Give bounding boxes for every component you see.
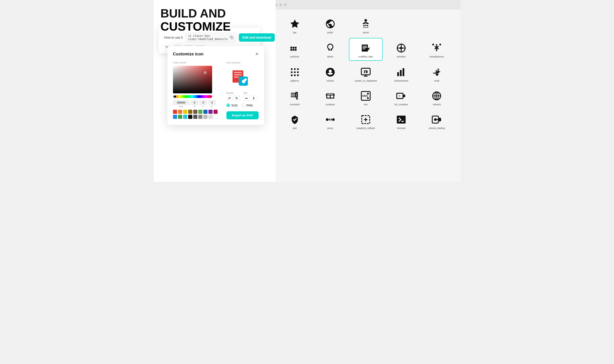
- icon-preview-box: [226, 66, 254, 89]
- flip-label: Flip: [243, 91, 257, 94]
- swatch-red[interactable]: [173, 110, 177, 114]
- icon-cell-init-container[interactable]: init_container: [384, 86, 418, 108]
- icon-cell-pod[interactable]: pod: [278, 110, 312, 132]
- icon-cell-container[interactable]: container: [313, 86, 347, 108]
- svg-point-51: [367, 97, 369, 99]
- r-input[interactable]: [191, 100, 198, 105]
- modified-date-icon: [360, 42, 372, 54]
- icon-cell-modified-date[interactable]: modified_date: [349, 38, 383, 61]
- svg-point-35: [294, 75, 296, 76]
- swatch-darkblue[interactable]: [203, 110, 208, 114]
- icon-cell-products[interactable]: products: [278, 38, 312, 61]
- icon-cell-dns[interactable]: DNS dns: [349, 86, 383, 108]
- copy-button[interactable]: [230, 36, 234, 39]
- flip-horizontal-button[interactable]: ⇔: [243, 95, 250, 101]
- right-section: star public secret pro: [271, 0, 460, 182]
- svg-point-27: [439, 44, 441, 46]
- hex-rgb-labels: Hex R G B: [173, 105, 222, 108]
- swatch-green[interactable]: [198, 110, 202, 114]
- rotate-cw-button[interactable]: ↻: [234, 95, 240, 101]
- constraint-label: constraint: [290, 103, 300, 106]
- rotate-group: Rotate ↺ ↻: [226, 91, 240, 101]
- svg-point-30: [297, 68, 299, 70]
- svg-radio[interactable]: [226, 104, 230, 107]
- swatch-lgray[interactable]: [203, 115, 208, 119]
- right-controls: Icon preview: [226, 61, 259, 119]
- system-re-registered-icon: [360, 66, 372, 78]
- swatch-pink[interactable]: [213, 110, 218, 114]
- browser-bar: [271, 0, 460, 10]
- swatch-lgreen[interactable]: [178, 115, 182, 119]
- secret-icon: [360, 18, 372, 30]
- b-label: B: [209, 105, 216, 108]
- snapshot-rollback-label: snapshot_rollback: [357, 127, 375, 130]
- png-radio[interactable]: [241, 104, 245, 107]
- hex-input[interactable]: [173, 100, 190, 105]
- icon-cell-enhancement[interactable]: enhancement: [384, 63, 418, 84]
- icon-cell-volume[interactable]: volume: [313, 63, 347, 84]
- svg-rect-3: [234, 74, 242, 75]
- swatch-silver[interactable]: [209, 115, 213, 119]
- hue-slider[interactable]: [173, 95, 212, 98]
- terminal-label: terminal: [397, 127, 405, 130]
- flip-group: Flip ⇔ ⇕: [243, 91, 257, 101]
- browser-dot-2: [279, 3, 282, 6]
- svg-point-59: [326, 118, 329, 121]
- icon-cell-volume-binding[interactable]: volume_binding: [420, 110, 453, 132]
- swatch-dgray[interactable]: [193, 115, 197, 119]
- products-label: products: [290, 55, 299, 58]
- icon-cell-snapshot-rollback[interactable]: snapshot_rollback: [349, 110, 383, 132]
- svg-point-34: [291, 75, 293, 76]
- icon-cell-proxy[interactable]: proxy: [313, 110, 347, 132]
- g-input[interactable]: [200, 100, 207, 105]
- flip-vertical-button[interactable]: ⇕: [251, 95, 257, 101]
- volume-label: volume: [327, 79, 334, 82]
- icon-cell-patterns[interactable]: patterns: [278, 63, 312, 84]
- svg-text:DNS: DNS: [362, 94, 368, 97]
- page-container: BUILD AND CUSTOMIZE How to use it <i cla…: [154, 0, 460, 182]
- svg-rect-2: [234, 72, 242, 73]
- swatch-mgray[interactable]: [198, 115, 202, 119]
- svg-point-28: [291, 68, 293, 70]
- swatch-taupe[interactable]: [193, 110, 197, 114]
- b-input[interactable]: [209, 100, 216, 105]
- swatch-black[interactable]: [188, 115, 192, 119]
- icon-cell-miscellaneous[interactable]: miscellaneous: [420, 38, 453, 61]
- icon-cell-terminal[interactable]: terminal: [384, 110, 418, 132]
- left-section: BUILD AND CUSTOMIZE How to use it <i cla…: [154, 0, 276, 182]
- how-to-use-label: How to use it: [164, 36, 183, 39]
- color-swatches: [173, 110, 222, 119]
- secret-label: secret: [363, 31, 369, 34]
- icon-cell-secret[interactable]: secret: [349, 14, 383, 36]
- icon-cell-constraint[interactable]: constraint: [278, 86, 312, 108]
- primitive-label: primitive: [397, 55, 405, 58]
- icon-cell-admin[interactable]: admin: [313, 38, 347, 61]
- png-option[interactable]: PNG: [241, 104, 253, 107]
- color-picker-canvas[interactable]: [173, 66, 212, 93]
- close-button[interactable]: ✕: [255, 52, 259, 57]
- swatch-brown[interactable]: [188, 110, 192, 114]
- export-button[interactable]: Export as SVG: [226, 111, 259, 119]
- swatch-cyan[interactable]: [183, 115, 187, 119]
- products-icon: [289, 42, 301, 54]
- init-container-icon: [395, 90, 407, 102]
- edit-download-button[interactable]: Edit and download: [239, 33, 275, 42]
- icon-cell-system-re-registered[interactable]: system_re_registered: [349, 63, 383, 84]
- rotate-ccw-button[interactable]: ↺: [226, 95, 232, 101]
- svg-rect-12: [293, 49, 294, 51]
- swatch-white[interactable]: [213, 115, 218, 119]
- swatch-purple[interactable]: [209, 110, 213, 114]
- swatch-orange[interactable]: [178, 110, 182, 114]
- icon-cell-route[interactable]: route: [420, 63, 453, 84]
- swatch-yellow[interactable]: [183, 110, 187, 114]
- icon-cell-network[interactable]: network: [420, 86, 453, 108]
- hex-label: Hex: [173, 105, 190, 108]
- swatch-blue[interactable]: [173, 115, 177, 119]
- primitive-icon: [395, 42, 407, 54]
- icon-cell-public[interactable]: public: [313, 14, 347, 36]
- svg-option[interactable]: SVG: [226, 104, 238, 107]
- svg-point-6: [364, 19, 367, 22]
- icon-preview-label: Icon preview: [226, 61, 259, 64]
- icon-cell-primitive[interactable]: primitive: [384, 38, 418, 61]
- icon-cell-star[interactable]: star: [278, 14, 312, 36]
